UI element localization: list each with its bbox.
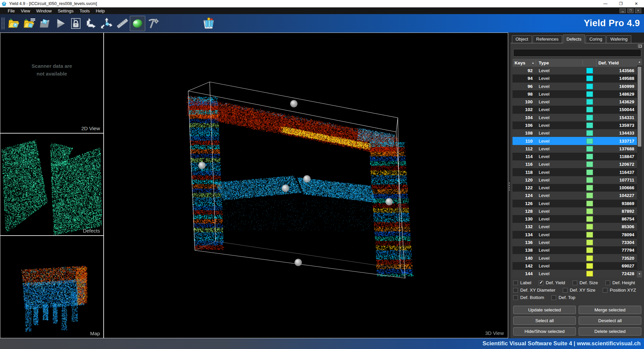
menu-tools[interactable]: Tools [76, 7, 93, 14]
checkbox-def-top[interactable]: Def. Top [551, 295, 575, 300]
checkbox-def-height[interactable]: Def. Height [605, 280, 635, 285]
checkbox-def-size[interactable]: Def. Size [573, 280, 598, 285]
update-selected-button[interactable]: Update selected [513, 306, 576, 314]
table-row[interactable]: 140Level73520 [513, 254, 637, 262]
undock-panel-icon[interactable] [638, 44, 642, 48]
mdi-close-icon[interactable]: ✕ [635, 8, 641, 13]
table-row[interactable]: 106Level135973 [513, 121, 637, 129]
deselect-all-button[interactable]: Deselect all [579, 316, 641, 325]
checked-box-icon[interactable] [539, 281, 543, 285]
table-row[interactable]: 104Level154331 [513, 114, 637, 121]
unchecked-box-icon[interactable] [513, 288, 518, 293]
scroll-track[interactable] [637, 65, 642, 271]
table-row[interactable]: 112Level137688 [513, 145, 637, 153]
measure-button[interactable] [114, 16, 130, 31]
column-header-color[interactable] [583, 59, 596, 67]
restore-button[interactable]: ❐ [613, 0, 629, 7]
table-row[interactable]: 94Level149588 [513, 74, 637, 82]
table-row[interactable]: 108Level134433 [513, 129, 637, 137]
minimize-button[interactable]: — [598, 0, 613, 7]
filter-input[interactable] [513, 49, 641, 57]
column-header-type[interactable]: Type [536, 60, 583, 65]
tab-coring[interactable]: Coring [586, 35, 606, 43]
unchecked-box-icon[interactable] [513, 281, 518, 285]
defects-pointcloud[interactable] [0, 134, 103, 235]
column-header-keys[interactable]: Keys ▲ [513, 60, 536, 65]
table-row[interactable]: 100Level143629 [513, 98, 637, 106]
view-3d-scene[interactable] [104, 33, 508, 338]
checkbox-label[interactable]: Label [513, 280, 531, 285]
tab-references[interactable]: References [533, 35, 562, 43]
coring-tools-button[interactable] [145, 16, 161, 31]
cell-type: Level [536, 170, 583, 175]
merge-selected-button[interactable]: Merge selected [579, 306, 641, 314]
table-row[interactable]: 96Level160999 [513, 83, 637, 90]
delete-selected-button[interactable]: Delete selected [579, 327, 641, 336]
sphere-view-button[interactable] [130, 16, 145, 31]
menu-file[interactable]: File [5, 7, 18, 14]
map-panel[interactable]: Map [0, 236, 104, 338]
table-row[interactable]: 130Level86754 [513, 215, 637, 223]
scroll-up-icon[interactable]: ▲ [637, 59, 642, 65]
view-2d-panel[interactable]: Scanner data arenot available 2D View [0, 33, 104, 133]
axes-3d-button[interactable] [99, 16, 114, 31]
panel-splitter[interactable] [508, 33, 511, 338]
table-row[interactable]: 118Level116437 [513, 168, 637, 176]
open-project-button[interactable] [6, 16, 22, 31]
map-pointcloud[interactable] [0, 236, 103, 338]
table-row[interactable]: 110Level133717 [513, 137, 637, 145]
tab-wafering[interactable]: Wafering [606, 35, 631, 43]
menu-settings[interactable]: Settings [55, 7, 76, 14]
checkbox-def-yield[interactable]: Def. Yield [539, 280, 565, 285]
column-header-yield[interactable]: Def. Yield [596, 60, 637, 65]
tab-object[interactable]: Object [512, 35, 532, 43]
table-row[interactable]: 142Level69027 [513, 262, 637, 270]
axes-2d-button[interactable] [84, 16, 99, 31]
scroll-down-icon[interactable]: ▼ [637, 271, 642, 278]
lock-view-button[interactable] [68, 16, 84, 31]
import-data-button[interactable] [37, 16, 53, 31]
menu-help[interactable]: Help [93, 7, 108, 14]
mdi-minimize-icon[interactable]: ▁ [620, 8, 626, 13]
unchecked-box-icon[interactable] [551, 295, 556, 300]
unchecked-box-icon[interactable] [563, 288, 568, 293]
scroll-thumb[interactable] [638, 67, 641, 147]
table-row[interactable]: 144Level72428 [513, 270, 637, 278]
checkbox-def-xy-size[interactable]: Def. XY Size [563, 288, 595, 293]
table-scrollbar[interactable]: ▲ ▼ [637, 59, 642, 278]
table-row[interactable]: 120Level107711 [513, 176, 637, 184]
checkbox-def-bottom[interactable]: Def. Bottom [513, 295, 544, 300]
select-all-button[interactable]: Select all [513, 316, 576, 325]
table-row[interactable]: 126Level93869 [513, 200, 637, 207]
wafer-box-button[interactable] [201, 16, 216, 31]
table-row[interactable]: 124Level104227 [513, 192, 637, 199]
table-row[interactable]: 98Level148629 [513, 90, 637, 98]
close-button[interactable]: ✕ [629, 0, 644, 7]
grip-handle[interactable] [1, 17, 5, 30]
mdi-restore-icon[interactable]: ❐ [627, 8, 634, 13]
run-button[interactable] [53, 16, 68, 31]
table-row[interactable]: 134Level78094 [513, 231, 637, 239]
hide-show-selected-button[interactable]: Hide/Show selected [513, 327, 576, 336]
table-row[interactable]: 132Level85306 [513, 223, 637, 231]
table-row[interactable]: 128Level87892 [513, 207, 637, 215]
unchecked-box-icon[interactable] [573, 281, 577, 285]
checkbox-position-xyz[interactable]: Position XYZ [603, 288, 636, 293]
table-row[interactable]: 136Level73304 [513, 239, 637, 246]
table-row[interactable]: 138Level77794 [513, 246, 637, 254]
view-3d-viewport[interactable]: 3D View [104, 33, 508, 338]
checkbox-def-xy-diameter[interactable]: Def. XY Diameter [513, 288, 555, 293]
table-row[interactable]: 114Level118847 [513, 153, 637, 160]
unchecked-box-icon[interactable] [605, 281, 610, 285]
defects-panel[interactable]: Defects [0, 133, 104, 236]
table-row[interactable]: 102Level150044 [513, 106, 637, 113]
menu-view[interactable]: View [18, 7, 33, 14]
table-row[interactable]: 122Level100666 [513, 184, 637, 192]
table-row[interactable]: 92Level143566 [513, 67, 637, 74]
menu-window[interactable]: Window [33, 7, 55, 14]
tab-defects[interactable]: Defects [563, 35, 585, 43]
table-row[interactable]: 116Level120672 [513, 160, 637, 168]
unchecked-box-icon[interactable] [513, 295, 518, 300]
open-project-list-button[interactable] [22, 16, 37, 31]
unchecked-box-icon[interactable] [603, 288, 607, 293]
